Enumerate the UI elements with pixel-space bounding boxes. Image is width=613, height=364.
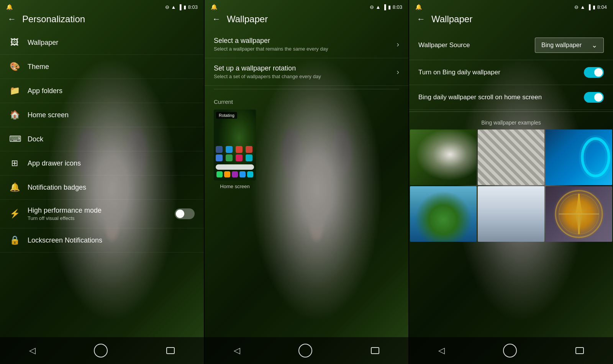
nav-back-icon-2: ◁ xyxy=(234,346,240,356)
time-1: 8:03 xyxy=(188,4,198,10)
menu-label-notifbadges: Notification badges xyxy=(28,184,195,192)
menu-label-perfmode: High performance mode xyxy=(28,207,167,215)
preview-search-bar xyxy=(216,164,254,170)
menu-label-theme: Theme xyxy=(28,63,195,71)
nav-back-icon-3: ◁ xyxy=(438,346,445,356)
bing-cell-island[interactable] xyxy=(410,186,477,242)
wallpaper-source-row: Wallpaper Source Bing wallpaper ⌄ xyxy=(409,31,613,60)
preview-icon-7 xyxy=(236,154,243,161)
appdrawer-icon: ⊞ xyxy=(9,158,20,168)
nav-home-btn-1[interactable] xyxy=(86,340,115,361)
menu-sublabel-perfmode: Turn off visual effects xyxy=(28,215,167,221)
bottom-nav-2: ◁ xyxy=(205,337,408,364)
bing-daily-label: Turn on Bing daily wallpaper xyxy=(418,69,500,76)
wifi-icon-1: ▲ xyxy=(171,4,176,10)
minus-icon-1: ⊖ xyxy=(165,4,169,10)
bottom-nav-3: ◁ xyxy=(409,337,613,364)
menu-item-dock[interactable]: ⌨ Dock xyxy=(0,127,204,151)
source-dropdown[interactable]: Bing wallpaper ⌄ xyxy=(535,38,604,53)
nav-recent-btn-1[interactable] xyxy=(159,343,182,358)
menu-label-homescreen: Home screen xyxy=(28,111,195,119)
perfmode-toggle[interactable] xyxy=(175,208,195,219)
nav-back-icon-1: ◁ xyxy=(29,346,36,356)
bing-cell-ocean[interactable] xyxy=(546,130,612,185)
battery-icon-2: ▮ xyxy=(388,4,391,10)
personalization-panel: 🔔 ⊖ ▲ ▐ ▮ 8:03 ← Personalization 🖼 Wallp… xyxy=(0,0,204,364)
wifi-icon-2: ▲ xyxy=(376,4,381,10)
menu-item-homescreen[interactable]: 🏠 Home screen xyxy=(0,103,204,127)
rotation-text: Set up a wallpaper rotation Select a set… xyxy=(214,64,321,79)
rotation-subtitle: Select a set of wallpapers that change e… xyxy=(214,74,321,79)
nav-home-icon-3 xyxy=(503,344,517,357)
minus-icon-3: ⊖ xyxy=(574,4,579,10)
menu-text-appfolders: App folders xyxy=(28,87,195,95)
back-button-3[interactable]: ← xyxy=(417,14,425,24)
select-wallpaper-title: Select a wallpaper xyxy=(214,37,328,45)
dock-icon: ⌨ xyxy=(9,134,20,144)
personalization-title: Personalization xyxy=(22,14,85,25)
menu-item-perfmode[interactable]: ⚡ High performance mode Turn off visual … xyxy=(0,200,204,228)
menu-item-appdrawer[interactable]: ⊞ App drawer icons xyxy=(0,151,204,175)
dock-icon-1 xyxy=(216,171,223,177)
nav-back-btn-2[interactable]: ◁ xyxy=(226,342,248,359)
back-button-1[interactable]: ← xyxy=(8,14,16,24)
select-wallpaper-chevron: › xyxy=(397,40,399,49)
nav-back-btn-3[interactable]: ◁ xyxy=(431,342,452,359)
menu-item-wallpaper[interactable]: 🖼 Wallpaper xyxy=(0,31,204,55)
personalization-content: 🔔 ⊖ ▲ ▐ ▮ 8:03 ← Personalization 🖼 Wallp… xyxy=(0,0,204,364)
bing-cell-compass[interactable] xyxy=(546,186,612,242)
dock-icon-5 xyxy=(247,171,253,177)
perfmode-toggle-knob xyxy=(176,210,184,218)
bing-daily-toggle[interactable] xyxy=(584,67,604,78)
lockscreen-icon: 🔒 xyxy=(9,235,20,245)
nav-recent-icon-2 xyxy=(371,347,379,354)
personalization-menu: 🖼 Wallpaper 🎨 Theme 📁 App folders 🏠 xyxy=(0,31,204,364)
nav-home-btn-3[interactable] xyxy=(495,340,524,361)
nav-recent-btn-3[interactable] xyxy=(568,343,592,358)
nav-home-icon-2 xyxy=(298,344,312,357)
rotation-option[interactable]: Set up a wallpaper rotation Select a set… xyxy=(205,58,408,86)
bing-examples-label: Bing wallpaper examples xyxy=(409,113,613,130)
menu-item-lockscreen[interactable]: 🔒 Lockscreen Notifications xyxy=(0,228,204,253)
notifbadges-icon: 🔔 xyxy=(9,182,20,192)
notification-icon-3: 🔔 xyxy=(415,4,422,10)
back-button-2[interactable]: ← xyxy=(212,14,221,24)
select-wallpaper-option[interactable]: Select a wallpaper Select a wallpaper th… xyxy=(205,31,408,58)
status-bar-1: 🔔 ⊖ ▲ ▐ ▮ 8:03 xyxy=(0,0,204,14)
battery-icon-3: ▮ xyxy=(593,4,595,10)
status-right-3: ⊖ ▲ ▐ ▮ 8:04 xyxy=(574,4,607,10)
source-value: Bing wallpaper xyxy=(541,42,582,49)
rotating-badge: Rotating xyxy=(216,112,237,119)
menu-label-appfolders: App folders xyxy=(28,87,195,95)
wifi-icon-3: ▲ xyxy=(580,4,585,10)
nav-recent-icon-3 xyxy=(575,347,584,354)
preview-icon-8 xyxy=(246,154,252,161)
preview-caption: Home screen xyxy=(214,184,256,189)
bing-scroll-label: Bing daily wallpaper scroll on home scre… xyxy=(418,93,542,101)
bing-scroll-toggle-row: Bing daily wallpaper scroll on home scre… xyxy=(409,85,613,110)
dock-icon-3 xyxy=(232,171,238,177)
menu-item-notifbadges[interactable]: 🔔 Notification badges xyxy=(0,175,204,200)
nav-back-btn-1[interactable]: ◁ xyxy=(21,342,43,359)
homescreen-icon: 🏠 xyxy=(9,110,20,120)
notification-icon-2: 🔔 xyxy=(211,4,217,10)
time-3: 8:04 xyxy=(597,4,607,10)
wallpaper-source-content: 🔔 ⊖ ▲ ▐ ▮ 8:04 ← Wallpaper Wallpaper Sou… xyxy=(409,0,613,364)
menu-text-dock: Dock xyxy=(28,135,195,143)
preview-icon-5 xyxy=(216,154,223,161)
bing-cell-fog[interactable] xyxy=(478,186,544,242)
bing-cell-panda[interactable] xyxy=(410,130,477,185)
wallpaper-content: 🔔 ⊖ ▲ ▐ ▮ 8:03 ← Wallpaper Select a wall… xyxy=(205,0,408,364)
bing-scroll-toggle[interactable] xyxy=(584,92,604,103)
menu-item-appfolders[interactable]: 📁 App folders xyxy=(0,79,204,103)
menu-item-theme[interactable]: 🎨 Theme xyxy=(0,55,204,79)
status-bar-2: 🔔 ⊖ ▲ ▐ ▮ 8:03 xyxy=(205,0,408,14)
bing-cell-leaf[interactable] xyxy=(478,130,544,185)
menu-text-wallpaper: Wallpaper xyxy=(28,39,195,47)
status-right-1: ⊖ ▲ ▐ ▮ 8:03 xyxy=(165,4,198,10)
current-section: Current Rotating xyxy=(205,92,408,364)
select-wallpaper-text: Select a wallpaper Select a wallpaper th… xyxy=(214,37,328,52)
nav-recent-btn-2[interactable] xyxy=(363,343,387,358)
nav-home-btn-2[interactable] xyxy=(291,340,320,361)
preview-wallpaper-bg xyxy=(214,110,256,180)
